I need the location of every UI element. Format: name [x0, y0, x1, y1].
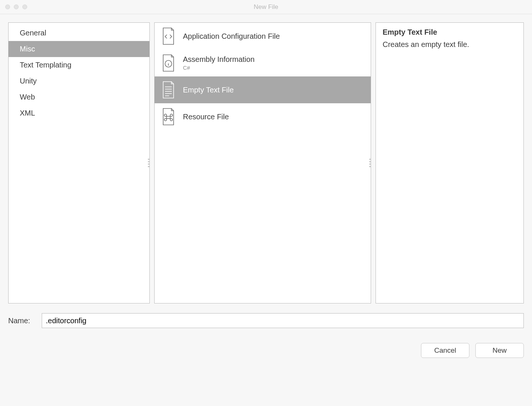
- template-item-assembly-info[interactable]: Assembly Information C#: [155, 50, 371, 76]
- template-label: Empty Text File: [183, 86, 234, 94]
- window-controls: [0, 4, 27, 9]
- splitter-grip-icon[interactable]: [369, 159, 371, 167]
- category-item-xml[interactable]: XML: [9, 105, 149, 121]
- description-title: Empty Text File: [383, 28, 517, 37]
- button-label: New: [493, 346, 507, 354]
- category-item-general[interactable]: General: [9, 25, 149, 41]
- category-item-unity[interactable]: Unity: [9, 73, 149, 89]
- svg-rect-8: [167, 116, 170, 119]
- main-panes: General Misc Text Templating Unity Web X…: [0, 14, 532, 303]
- template-list: Application Configuration File Assembly …: [155, 23, 371, 130]
- splitter-grip-icon[interactable]: [148, 159, 150, 167]
- category-list: General Misc Text Templating Unity Web X…: [9, 23, 149, 121]
- category-label: XML: [20, 109, 35, 117]
- zoom-window-icon[interactable]: [22, 4, 27, 9]
- new-button[interactable]: New: [475, 343, 524, 358]
- category-pane: General Misc Text Templating Unity Web X…: [8, 22, 150, 303]
- template-sublabel: C#: [183, 64, 254, 71]
- command-file-icon: [160, 107, 177, 126]
- description-pane: Empty Text File Creates an empty text fi…: [376, 22, 524, 303]
- template-item-empty-text[interactable]: Empty Text File: [155, 76, 371, 103]
- category-item-text-templating[interactable]: Text Templating: [9, 57, 149, 73]
- template-item-resource-file[interactable]: Resource File: [155, 103, 371, 130]
- name-label: Name:: [8, 317, 36, 325]
- close-window-icon[interactable]: [5, 4, 10, 9]
- category-label: General: [20, 29, 46, 37]
- dialog-buttons: Cancel New: [0, 328, 532, 358]
- cancel-button[interactable]: Cancel: [421, 343, 469, 358]
- code-file-icon: [160, 26, 177, 46]
- template-label: Application Configuration File: [183, 32, 280, 41]
- category-label: Misc: [20, 45, 35, 53]
- titlebar: New File: [0, 0, 532, 14]
- text-file-icon: [160, 80, 177, 100]
- category-label: Text Templating: [20, 61, 72, 69]
- button-label: Cancel: [434, 346, 456, 354]
- category-label: Web: [20, 93, 35, 101]
- template-label: Resource File: [183, 113, 229, 121]
- template-item-app-config[interactable]: Application Configuration File: [155, 23, 371, 50]
- minimize-window-icon[interactable]: [14, 4, 19, 9]
- name-input[interactable]: [42, 313, 524, 328]
- category-label: Unity: [20, 77, 37, 85]
- category-item-misc[interactable]: Misc: [9, 41, 149, 57]
- description-body: Creates an empty text file.: [383, 40, 517, 49]
- window-title: New File: [0, 3, 532, 11]
- info-file-icon: [160, 53, 177, 73]
- name-row: Name:: [0, 303, 532, 328]
- category-item-web[interactable]: Web: [9, 89, 149, 105]
- template-pane: Application Configuration File Assembly …: [154, 22, 371, 303]
- template-label: Assembly Information: [183, 55, 254, 64]
